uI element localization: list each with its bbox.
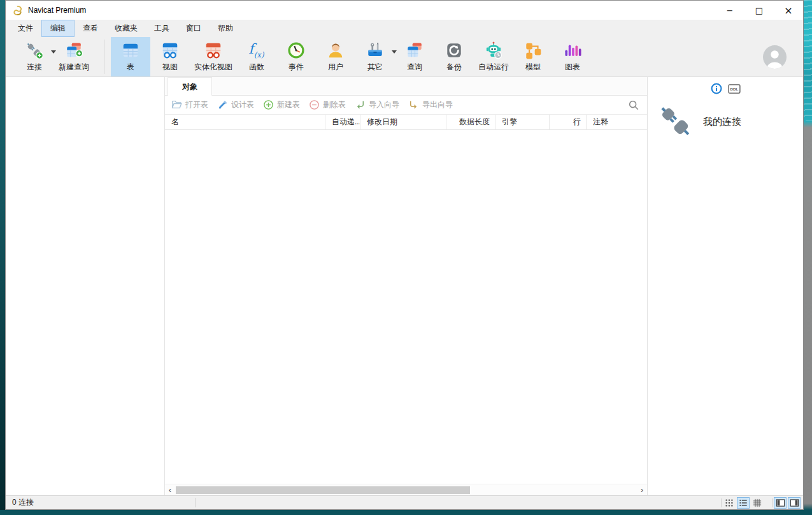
toolbar-item-charts[interactable]: 图表 bbox=[553, 37, 592, 76]
menu-window[interactable]: 窗口 bbox=[178, 20, 210, 37]
view-detail-grid-button[interactable] bbox=[751, 497, 764, 509]
others-toolbox-icon bbox=[366, 40, 385, 61]
toolbar-item-label: 查询 bbox=[407, 62, 422, 73]
toolbar-item-label: 表 bbox=[127, 62, 134, 73]
view-list-button[interactable] bbox=[737, 497, 750, 509]
title-bar: Navicat Premium − □ × bbox=[6, 1, 803, 20]
column-header-name[interactable]: 名 bbox=[165, 115, 325, 129]
toolbar-item-automation[interactable]: 自动运行 bbox=[474, 37, 513, 76]
desktop-edge-left bbox=[0, 0, 5, 515]
panel-left-icon bbox=[776, 498, 785, 507]
column-header-data-length[interactable]: 数据长度 bbox=[446, 115, 495, 129]
export-wizard-button[interactable]: 导出向导 bbox=[408, 99, 453, 110]
toolbar-item-label: 视图 bbox=[162, 62, 178, 73]
toolbar-item-connection[interactable]: 连接 bbox=[15, 37, 54, 76]
toggle-left-panel-button[interactable] bbox=[774, 497, 787, 509]
scroll-left-arrow[interactable]: ‹ bbox=[165, 484, 175, 496]
user-avatar[interactable] bbox=[763, 45, 787, 69]
open-folder-icon bbox=[171, 99, 182, 110]
open-table-label: 打开表 bbox=[185, 99, 208, 110]
column-header-modify-date[interactable]: 修改日期 bbox=[360, 115, 446, 129]
panel-right-icon bbox=[790, 498, 799, 507]
toolbar-item-tables[interactable]: 表 bbox=[111, 37, 150, 76]
tab-bar: 对象 bbox=[165, 77, 647, 96]
import-wizard-button[interactable]: 导入向导 bbox=[355, 99, 399, 110]
import-wizard-label: 导入向导 bbox=[369, 99, 399, 110]
toolbar-item-label: 图表 bbox=[565, 62, 580, 73]
desktop-edge-right bbox=[804, 0, 812, 515]
ddl-icon-label: DDL bbox=[730, 87, 738, 91]
scrollbar-thumb[interactable] bbox=[176, 486, 470, 494]
toolbar-item-label: 函数 bbox=[249, 62, 264, 73]
new-table-button[interactable]: 新建表 bbox=[263, 99, 300, 110]
toolbar-item-functions[interactable]: f (x) 函数 bbox=[237, 37, 276, 76]
info-icon[interactable] bbox=[711, 83, 722, 94]
column-header-auto-increment[interactable]: 自动递... bbox=[325, 115, 360, 129]
minimize-button[interactable]: − bbox=[715, 1, 744, 20]
design-table-button[interactable]: 设计表 bbox=[217, 99, 254, 110]
search-icon bbox=[628, 99, 639, 111]
import-wizard-icon bbox=[355, 99, 366, 110]
close-button[interactable]: × bbox=[774, 1, 803, 20]
backup-icon bbox=[445, 40, 464, 61]
connection-name: 我的连接 bbox=[703, 116, 741, 128]
connection-count: 0 连接 bbox=[6, 497, 34, 508]
column-header-rows[interactable]: 行 bbox=[550, 115, 587, 129]
toolbar-item-models[interactable]: 模型 bbox=[513, 37, 553, 76]
list-view-icon bbox=[739, 498, 748, 507]
toolbar-item-label: 用户 bbox=[328, 62, 343, 73]
tab-objects[interactable]: 对象 bbox=[167, 77, 212, 96]
desktop-edge-bottom bbox=[0, 510, 812, 515]
statusbar-divider bbox=[195, 498, 196, 507]
table-list-empty[interactable] bbox=[165, 130, 647, 484]
open-table-button[interactable]: 打开表 bbox=[171, 99, 208, 110]
scroll-right-arrow[interactable]: › bbox=[637, 484, 647, 496]
function-icon: f (x) bbox=[247, 40, 266, 61]
statusbar-divider bbox=[721, 498, 722, 507]
grid-dots-icon bbox=[725, 498, 734, 507]
svg-text:(x): (x) bbox=[254, 50, 265, 59]
app-window: Navicat Premium − □ × 文件 编辑 查看 收藏夹 工具 窗口… bbox=[5, 0, 804, 510]
toolbar-item-materialized-views[interactable]: 实体化视图 bbox=[190, 37, 237, 76]
connection-item[interactable]: 我的连接 bbox=[648, 101, 803, 143]
toolbar-separator bbox=[104, 40, 104, 74]
connection-plug-large-icon bbox=[657, 103, 695, 141]
toolbar-item-backup[interactable]: 备份 bbox=[434, 37, 474, 76]
export-wizard-icon bbox=[408, 99, 419, 110]
toolbar-item-label: 新建查询 bbox=[59, 62, 89, 73]
connection-plug-icon bbox=[25, 40, 44, 61]
horizontal-scrollbar[interactable]: ‹ › bbox=[165, 484, 647, 495]
toolbar-item-events[interactable]: 事件 bbox=[276, 37, 316, 76]
menu-favorites[interactable]: 收藏夹 bbox=[106, 20, 146, 37]
delete-table-button[interactable]: 删除表 bbox=[309, 99, 346, 110]
menu-tools[interactable]: 工具 bbox=[146, 20, 178, 37]
search-button[interactable] bbox=[628, 99, 639, 111]
automation-robot-icon bbox=[484, 40, 503, 61]
view-grid-button[interactable] bbox=[723, 497, 736, 509]
ddl-icon[interactable]: DDL bbox=[728, 83, 741, 94]
toolbar-item-queries[interactable]: 查询 bbox=[395, 37, 434, 76]
charts-icon bbox=[563, 40, 582, 61]
status-bar: 0 连接 bbox=[6, 495, 803, 509]
table-icon bbox=[121, 40, 140, 61]
connections-sidebar[interactable] bbox=[6, 77, 165, 495]
toolbar-item-new-query[interactable]: 新建查询 bbox=[54, 37, 94, 76]
menu-help[interactable]: 帮助 bbox=[210, 20, 241, 37]
column-header-engine[interactable]: 引擎 bbox=[495, 115, 550, 129]
delete-minus-icon bbox=[309, 99, 320, 110]
menu-edit[interactable]: 编辑 bbox=[41, 20, 75, 37]
toggle-right-panel-button[interactable] bbox=[788, 497, 801, 509]
object-toolbar: 打开表 设计表 新建表 bbox=[165, 96, 647, 115]
menu-view[interactable]: 查看 bbox=[75, 20, 106, 37]
dense-grid-icon bbox=[753, 498, 762, 507]
export-wizard-label: 导出向导 bbox=[422, 99, 453, 110]
toolbar-item-label: 自动运行 bbox=[478, 62, 509, 73]
toolbar-item-label: 备份 bbox=[446, 62, 462, 73]
column-header-comment[interactable]: 注释 bbox=[587, 115, 647, 129]
toolbar-item-users[interactable]: 用户 bbox=[316, 37, 355, 76]
toolbar-item-views[interactable]: 视图 bbox=[150, 37, 190, 76]
main-toolbar: 连接 新建查询 bbox=[6, 37, 803, 77]
toolbar-item-others[interactable]: 其它 bbox=[355, 37, 395, 76]
menu-file[interactable]: 文件 bbox=[10, 20, 41, 37]
maximize-button[interactable]: □ bbox=[744, 1, 774, 20]
